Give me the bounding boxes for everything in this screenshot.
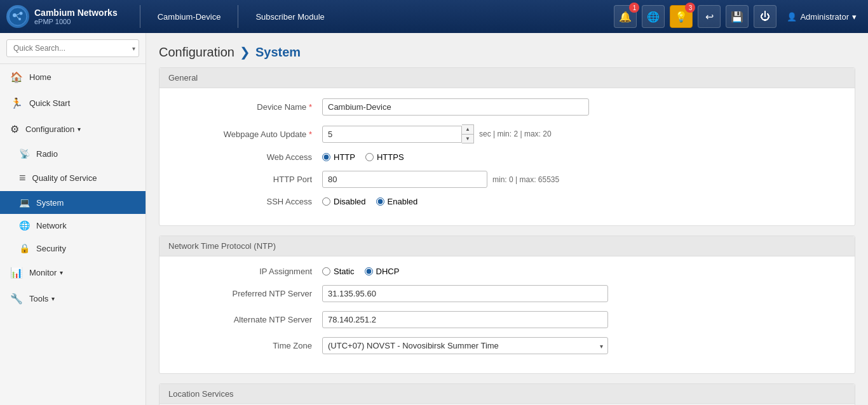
svg-point-3	[18, 18, 21, 20]
sidebar-item-radio-label: Radio	[36, 149, 58, 159]
undo-button[interactable]: ↩	[698, 5, 721, 28]
location-card-header: Location Services	[159, 384, 855, 404]
ssh-access-radio-group: Disabled Enabled	[322, 197, 417, 206]
alternate-ntp-input[interactable]	[322, 311, 608, 328]
web-access-http-radio[interactable]	[322, 153, 330, 161]
http-port-row: HTTP Port min: 0 | max: 65535	[172, 171, 842, 188]
bulb-icon: 💡	[675, 11, 688, 23]
ntp-card: Network Time Protocol (NTP) IP Assignmen…	[159, 236, 855, 374]
ntp-card-body: IP Assignment Static DHCP Pref	[159, 256, 855, 373]
web-access-https-option[interactable]: HTTPS	[365, 152, 404, 162]
preferred-ntp-input[interactable]	[322, 285, 608, 302]
device-name-input[interactable]	[322, 98, 589, 116]
logo: Cambium Networks ePMP 1000	[6, 5, 118, 28]
time-zone-select-wrap: (UTC+07) NOVST - Novosibirsk Summer Time…	[322, 337, 608, 354]
bell-button[interactable]: 🔔 1	[614, 5, 637, 28]
user-dropdown-icon: ▾	[852, 12, 857, 22]
web-access-http-label: HTTP	[334, 152, 355, 162]
sidebar-item-home[interactable]: 🏠 Home	[0, 64, 146, 90]
sidebar-item-qos-label: Quality of Service	[32, 173, 97, 183]
svg-point-0	[9, 8, 27, 25]
general-card-header: General	[159, 68, 855, 88]
ssh-disabled-radio[interactable]	[322, 197, 330, 206]
sidebar-item-system[interactable]: 💻 System	[0, 191, 146, 214]
home-icon: 🏠	[10, 71, 23, 83]
sidebar-item-network[interactable]: 🌐 Network	[0, 214, 146, 237]
ssh-enabled-label: Enabled	[388, 197, 418, 206]
sidebar-item-monitor-label: Monitor	[29, 268, 57, 277]
svg-point-1	[13, 13, 17, 17]
ip-static-option[interactable]: Static	[322, 267, 355, 276]
http-port-hint: min: 0 | max: 65535	[492, 175, 559, 184]
configuration-arrow-icon: ▾	[78, 126, 81, 133]
webpage-auto-update-input[interactable]	[322, 126, 462, 143]
sidebar-item-monitor[interactable]: 📊 Monitor ▾	[0, 260, 146, 286]
search-input[interactable]	[6, 39, 139, 57]
save-button[interactable]: 💾	[726, 5, 749, 28]
bulb-button[interactable]: 💡 3	[670, 5, 693, 28]
web-access-label: Web Access	[172, 152, 312, 162]
radio-icon: 📡	[19, 149, 30, 159]
globe-button[interactable]: 🌐	[642, 5, 665, 28]
monitor-icon: 📊	[10, 267, 23, 279]
nav-link-subscriber[interactable]: Subscriber Module	[248, 9, 332, 25]
web-access-https-radio[interactable]	[365, 153, 374, 161]
qos-icon: ≡	[19, 171, 26, 185]
location-title: Location Services	[168, 389, 234, 399]
brand-model: ePMP 1000	[34, 18, 118, 25]
ip-dhcp-label: DHCP	[376, 267, 400, 276]
alternate-ntp-label: Alternate NTP Server	[172, 315, 312, 324]
webpage-auto-update-hint: sec | min: 2 | max: 20	[479, 129, 552, 138]
tools-icon: 🔧	[10, 293, 23, 305]
general-card: General Device Name * Webpage Auto Updat…	[159, 67, 855, 226]
sidebar-item-system-label: System	[36, 198, 64, 208]
preferred-ntp-row: Preferred NTP Server	[172, 285, 842, 302]
nav-link-device[interactable]: Cambium-Device	[150, 9, 229, 25]
sidebar-item-tools[interactable]: 🔧 Tools ▾	[0, 286, 146, 312]
sidebar-item-qos[interactable]: ≡ Quality of Service	[0, 165, 146, 191]
sidebar-item-radio[interactable]: 📡 Radio	[0, 142, 146, 165]
sidebar-search-wrap: ▾	[0, 33, 146, 64]
main-content: Configuration ❯ System General Device Na…	[146, 33, 868, 405]
user-icon: 👤	[787, 12, 797, 22]
ssh-access-row: SSH Access Disabled Enabled	[172, 197, 842, 206]
sidebar-item-configuration[interactable]: ⚙ Configuration ▾	[0, 116, 146, 142]
nav-divider-1	[140, 5, 140, 28]
preferred-ntp-label: Preferred NTP Server	[172, 289, 312, 298]
webpage-auto-update-spinner: ▲ ▼	[462, 124, 474, 143]
web-access-http-option[interactable]: HTTP	[322, 152, 355, 162]
http-port-input[interactable]	[322, 171, 487, 188]
ssh-disabled-label: Disabled	[334, 197, 366, 206]
ip-static-radio[interactable]	[322, 267, 330, 276]
security-icon: 🔒	[19, 243, 30, 253]
time-zone-select[interactable]: (UTC+07) NOVST - Novosibirsk Summer Time	[322, 337, 608, 354]
ssh-enabled-option[interactable]: Enabled	[376, 197, 418, 206]
webpage-auto-update-input-wrap: ▲ ▼ sec | min: 2 | max: 20	[322, 124, 552, 143]
sidebar-item-network-label: Network	[36, 221, 67, 230]
ssh-enabled-radio[interactable]	[376, 197, 384, 206]
sidebar-item-security[interactable]: 🔒 Security	[0, 237, 146, 260]
alternate-ntp-row: Alternate NTP Server	[172, 311, 842, 328]
user-menu[interactable]: 👤 Administrator ▾	[782, 9, 862, 25]
ssh-disabled-option[interactable]: Disabled	[322, 197, 366, 206]
webpage-auto-update-label: Webpage Auto Update *	[172, 129, 312, 139]
ip-assignment-row: IP Assignment Static DHCP	[172, 267, 842, 276]
ip-dhcp-radio[interactable]	[365, 267, 373, 276]
logo-icon	[6, 5, 29, 28]
spinner-up-icon[interactable]: ▲	[462, 125, 473, 135]
undo-icon: ↩	[705, 11, 714, 23]
spinner-down-icon[interactable]: ▼	[462, 135, 473, 143]
sidebar-item-tools-label: Tools	[29, 294, 48, 303]
device-name-label: Device Name *	[172, 102, 312, 112]
system-icon: 💻	[19, 197, 30, 208]
svg-point-2	[20, 12, 23, 15]
brand-name: Cambium Networks	[34, 8, 118, 18]
power-icon: ⏻	[760, 11, 770, 22]
webpage-auto-update-row: Webpage Auto Update * ▲ ▼ sec | min: 2 |…	[172, 124, 842, 143]
sidebar-item-quickstart[interactable]: 🏃 Quick Start	[0, 90, 146, 116]
topnav-actions: 🔔 1 🌐 💡 3 ↩ 💾 ⏻ 👤 Administrator ▾	[614, 5, 862, 28]
time-zone-label: Time Zone	[172, 341, 312, 350]
power-button[interactable]: ⏻	[754, 5, 776, 28]
ip-assignment-label: IP Assignment	[172, 267, 312, 276]
ip-dhcp-option[interactable]: DHCP	[365, 267, 400, 276]
